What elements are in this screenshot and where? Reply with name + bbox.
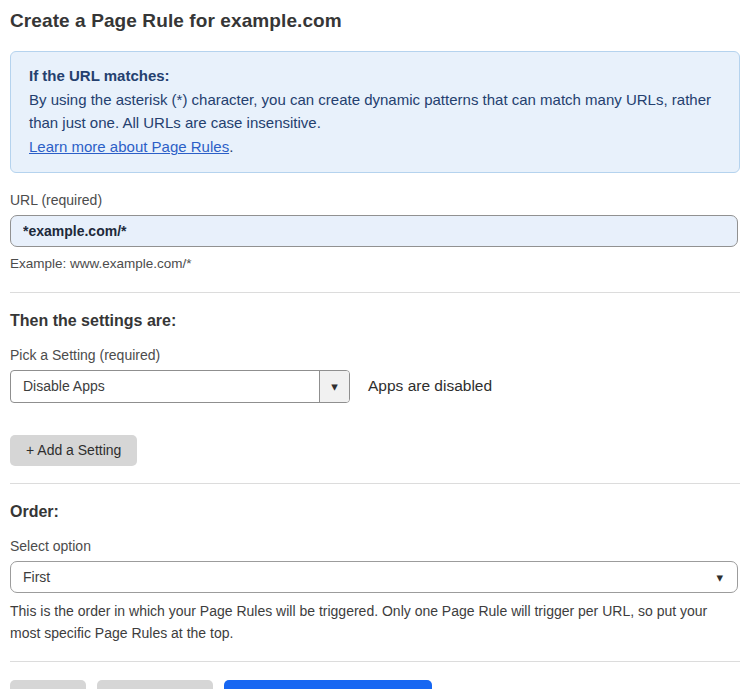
save-and-deploy-button[interactable]: Save and Deploy Page Rule bbox=[224, 680, 432, 689]
divider bbox=[10, 483, 740, 484]
setting-dropdown[interactable]: Disable Apps ▾ bbox=[10, 370, 350, 403]
chevron-down-icon[interactable]: ▾ bbox=[319, 371, 349, 402]
url-input[interactable] bbox=[10, 215, 738, 247]
order-dropdown-value: First bbox=[23, 569, 50, 585]
cancel-button[interactable]: Cancel bbox=[10, 680, 86, 689]
settings-section-heading: Then the settings are: bbox=[10, 312, 740, 330]
setting-dropdown-value: Disable Apps bbox=[11, 371, 319, 402]
info-box-link-line: Learn more about Page Rules. bbox=[29, 135, 721, 159]
add-setting-button[interactable]: + Add a Setting bbox=[10, 435, 137, 466]
setting-status-text: Apps are disabled bbox=[368, 377, 492, 395]
url-field-label: URL (required) bbox=[10, 192, 740, 208]
create-page-rule-panel: Create a Page Rule for example.com If th… bbox=[0, 0, 750, 689]
order-dropdown[interactable]: First ▾ bbox=[10, 561, 738, 593]
divider bbox=[10, 661, 740, 662]
chevron-down-icon: ▾ bbox=[716, 569, 723, 584]
order-section-heading: Order: bbox=[10, 503, 740, 521]
url-example-helper: Example: www.example.com/* bbox=[10, 254, 740, 275]
setting-row: Disable Apps ▾ Apps are disabled bbox=[10, 370, 740, 403]
pick-setting-label: Pick a Setting (required) bbox=[10, 347, 740, 363]
divider bbox=[10, 292, 740, 293]
link-suffix: . bbox=[229, 138, 233, 155]
footer-actions: Cancel Save as Draft Save and Deploy Pag… bbox=[10, 680, 740, 689]
page-title: Create a Page Rule for example.com bbox=[10, 10, 740, 32]
save-as-draft-button[interactable]: Save as Draft bbox=[97, 680, 214, 689]
info-box-body: By using the asterisk (*) character, you… bbox=[29, 88, 721, 135]
info-box-heading: If the URL matches: bbox=[29, 64, 721, 88]
learn-more-link[interactable]: Learn more about Page Rules bbox=[29, 138, 229, 155]
order-helper-text: This is the order in which your Page Rul… bbox=[10, 600, 740, 645]
url-matches-info-box: If the URL matches: By using the asteris… bbox=[10, 51, 740, 173]
order-select-label: Select option bbox=[10, 538, 740, 554]
